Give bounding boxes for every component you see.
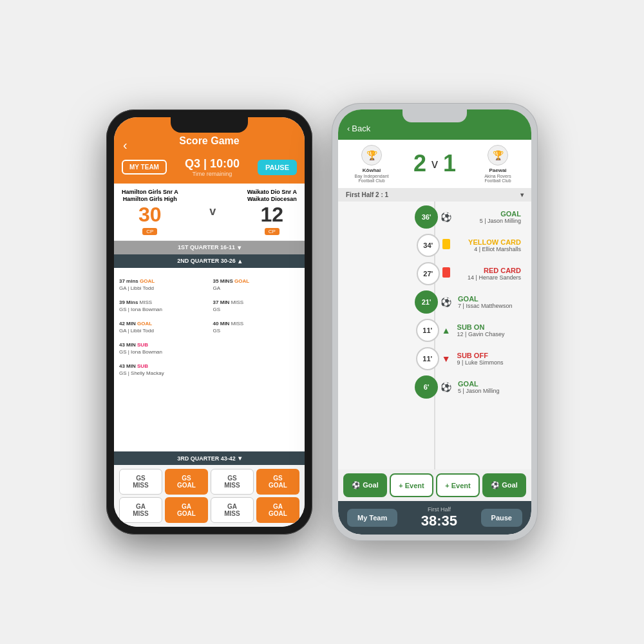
sub-off-icon: ▼: [442, 354, 451, 364]
quarter3-bar[interactable]: 3RD QUARTER 43-42 ▾: [114, 451, 305, 465]
event-time: 39 Mins: [119, 299, 140, 305]
event-player: GS | Iona Bowman: [119, 349, 205, 355]
tl-label-1: GOAL: [458, 210, 521, 218]
home-cp-badge: CP: [142, 228, 157, 235]
first-half-bar[interactable]: First Half 2 : 1 ▾: [338, 188, 531, 202]
ga-miss-btn-2[interactable]: GAMISS: [211, 497, 254, 523]
event-left-5: 43 MIN SUB GS | Shelly Mackay: [119, 359, 205, 376]
my-team-button[interactable]: MY TEAM: [122, 160, 167, 175]
timeline-event-5: 11' ▲ SUB ON 12 | Gavin Chasey: [345, 319, 525, 342]
phone2-notch: [402, 109, 467, 122]
tl-label-6: SUB OFF: [457, 352, 521, 359]
event-player: GS | Shelly Mackay: [119, 370, 205, 376]
tl-red-card-icon: [442, 267, 450, 279]
tl-yellow-card-icon: [442, 239, 450, 251]
tl-player-1: 5 | Jason Milling: [458, 218, 521, 224]
home-score: 30: [138, 203, 162, 227]
goal-btn-right[interactable]: ⚽ Goal: [482, 473, 526, 497]
event-right-1: 35 MINS GOAL GA: [213, 274, 299, 291]
event-row-4: 43 MIN SUB GS | Iona Bowman: [119, 336, 299, 357]
quarter1-bar[interactable]: 1ST QUARTER 16-11 ▾: [114, 241, 305, 254]
score-info: Q3 | 10:00 Time remaining: [185, 157, 240, 177]
back-label: Back: [352, 124, 370, 133]
event-time: 40 MIN: [213, 321, 231, 327]
tl-minute-7: 6': [415, 375, 438, 399]
event-player: GS: [213, 328, 299, 334]
event-player: GA: [213, 285, 299, 291]
first-half-label: First Half 2 : 1: [346, 191, 388, 198]
event-left-3: 42 MIN GOAL GA | Libbi Todd: [119, 316, 205, 334]
away-club-logo: 🏆: [488, 145, 508, 166]
tl-minute-3: 27': [417, 262, 440, 285]
match-score: 2 v 1: [413, 150, 456, 177]
event-time: 37 MIN: [213, 299, 231, 305]
event-player: GS | Iona Bowman: [119, 307, 205, 312]
away-team-name: Waikato Dio Snr A Waikato Diocesan: [247, 189, 297, 203]
gs-goal-btn-1[interactable]: GSGOAL: [165, 469, 208, 495]
gs-miss-btn-2[interactable]: GSMISS: [211, 469, 254, 495]
tl-label-4: GOAL: [458, 295, 521, 303]
quarter2-label: 2ND QUARTER 30-26: [177, 258, 236, 264]
tl-ball-icon-4: ⚽: [440, 297, 451, 307]
back-button[interactable]: ‹ Back: [347, 124, 370, 133]
phones-container: ‹ Score Game MY TEAM Q3 | 10:00 Time rem…: [106, 103, 538, 541]
tl-player-3: 14 | Henare Sanders: [457, 274, 521, 281]
footer-timer-value: 38:35: [421, 513, 457, 529]
phone1-screen: ‹ Score Game MY TEAM Q3 | 10:00 Time rem…: [114, 117, 305, 527]
home-club-name: Kōwhai: [346, 167, 397, 174]
tl-content-left-3: RED CARD 14 | Henare Sanders: [453, 267, 525, 281]
away-score: 12: [261, 203, 284, 227]
pause-button[interactable]: PAUSE: [258, 160, 297, 175]
quarter-display: Q3 | 10:00: [185, 157, 240, 171]
away-org-name: Akina Rovers: [472, 174, 524, 178]
goal-btn-left[interactable]: ⚽ Goal: [343, 473, 387, 497]
home-suborg-name: Football Club: [346, 178, 397, 183]
quarter1-chevron: ▾: [238, 244, 241, 251]
tl-ball-icon-1: ⚽: [440, 212, 451, 222]
event-time: 42 MIN: [119, 321, 137, 327]
quarter3-chevron: ▾: [238, 455, 242, 462]
match-vs: v: [431, 156, 438, 171]
gs-miss-btn-1[interactable]: GSMISS: [119, 469, 162, 495]
away-club: 🏆 Paewai Akina Rovers Football Club: [472, 145, 524, 183]
tl-ball-icon-7: ⚽: [440, 382, 451, 392]
quarter2-bar[interactable]: 2ND QUARTER 30-26 ▴: [114, 254, 305, 268]
tl-content-left-1: GOAL 5 | Jason Milling: [454, 210, 525, 224]
quarter2-chevron: ▴: [238, 258, 242, 265]
away-match-score: 1: [443, 150, 456, 177]
timeline-event-3: RED CARD 14 | Henare Sanders 27': [345, 262, 525, 285]
event-btn-left[interactable]: + Event: [390, 473, 433, 497]
tl-content-right-5: SUB ON 12 | Gavin Chasey: [453, 323, 525, 337]
home-match-score: 2: [413, 150, 426, 177]
phone1: ‹ Score Game MY TEAM Q3 | 10:00 Time rem…: [106, 109, 312, 535]
quarter1-label: 1ST QUARTER 16-11: [178, 244, 235, 251]
tl-minute-6: 11': [416, 347, 439, 370]
event-left-4: 43 MIN SUB GS | Iona Bowman: [119, 337, 205, 355]
time-remaining-label: Time remaining: [185, 171, 240, 177]
away-cp-badge: CP: [265, 228, 279, 235]
my-team-footer-btn[interactable]: My Team: [347, 509, 397, 527]
tl-label-7: GOAL: [458, 380, 521, 388]
phone2-score-area: 🏆 Kōwhai Bay Independant Football Club 2…: [338, 140, 531, 188]
event-left-1: 37 mins GOAL GA | Libbi Todd: [119, 274, 205, 291]
event-time: 35 MINS: [213, 278, 234, 284]
tl-content-right-7: GOAL 5 | Jason Milling: [454, 380, 525, 394]
gs-goal-btn-2[interactable]: GSGOAL: [256, 469, 299, 495]
event-time: 37 mins: [119, 278, 140, 284]
event-btn-right[interactable]: + Event: [436, 473, 480, 497]
pause-footer-btn[interactable]: Pause: [481, 509, 522, 527]
tl-minute-5: 11': [416, 319, 439, 342]
sub-on-icon: ▲: [442, 325, 451, 336]
timeline-event-6: 11' ▼ SUB OFF 9 | Luke Simmons: [345, 347, 525, 370]
event-left-2: 39 Mins MISS GS | Iona Bowman: [119, 295, 205, 312]
footer-timer: First Half 38:35: [421, 506, 457, 529]
ga-goal-btn-1[interactable]: GAGOAL: [165, 497, 208, 523]
phone1-notch: [171, 117, 248, 133]
away-club-name: Paewai: [472, 167, 524, 174]
back-icon[interactable]: ‹: [123, 138, 128, 153]
ga-goal-btn-2[interactable]: GAGOAL: [256, 497, 299, 523]
action-buttons: ⚽ Goal + Event + Event ⚽ Goal: [338, 469, 531, 501]
ga-miss-btn-1[interactable]: GAMISS: [119, 497, 162, 523]
home-org-name: Bay Independant: [346, 174, 397, 178]
timeline-event-4: 21' ⚽ GOAL 7 | Issac Matthewson: [345, 290, 525, 314]
